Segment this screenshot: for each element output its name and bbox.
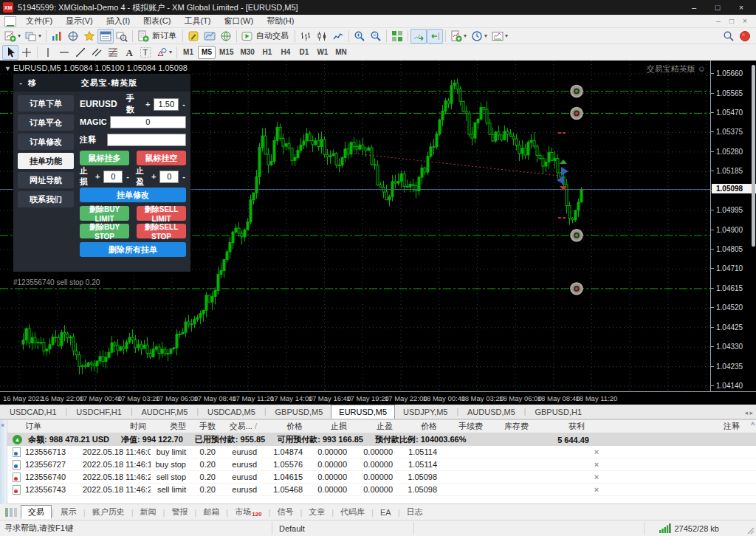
ea-delete-all-pending-button[interactable]: 删除所有挂单 — [80, 242, 186, 257]
terminal-tab-信号[interactable]: 信号 — [270, 505, 300, 519]
order-row-123556743[interactable]: 1235567432022.05.18 11:46:27sell limit0.… — [7, 484, 756, 496]
search-button[interactable] — [721, 29, 737, 44]
text-label-button[interactable]: T — [137, 45, 154, 60]
ea-move-button[interactable]: 移 — [28, 78, 50, 89]
terminal-tab-日志[interactable]: 日志 — [400, 505, 430, 519]
order-close-button[interactable]: × — [589, 485, 608, 494]
crosshair-button[interactable] — [18, 45, 35, 60]
minimize-button[interactable]: – — [682, 3, 706, 12]
order-close-button[interactable]: × — [589, 447, 608, 456]
col-5[interactable]: 价格 — [261, 421, 307, 432]
templates-button[interactable]: ▾ — [489, 29, 510, 44]
ea-sl-input[interactable] — [103, 171, 123, 183]
ea-tp-minus-button[interactable]: - — [182, 172, 186, 181]
chart-tab-AUDCHF,M5[interactable]: AUDCHF,M5 — [134, 405, 196, 419]
order-row-123556713[interactable]: 1235567132022.05.18 11:46:07buy limit0.2… — [7, 446, 756, 458]
timeframe-H1[interactable]: H1 — [258, 46, 276, 59]
col-1[interactable]: 时间 — [83, 421, 151, 432]
close-button[interactable]: × — [729, 3, 753, 12]
terminal-tab-交易[interactable]: 交易 — [21, 505, 52, 519]
menu-item-3[interactable]: 图表(C) — [137, 16, 177, 27]
time-axis[interactable]: 16 May 202216 May 22:0017 May 00:4017 Ma… — [0, 391, 756, 405]
chart-quick-nav-icon[interactable]: ▼ — [4, 65, 11, 72]
timeframe-W1[interactable]: W1 — [314, 46, 331, 59]
ea-collapse-button[interactable]: - — [13, 78, 28, 87]
new-chart-dropdown-icon[interactable]: ▾ — [18, 32, 21, 39]
maximize-button[interactable]: □ — [706, 3, 729, 12]
timeframe-M1[interactable]: M1 — [179, 46, 197, 59]
ea-mouse-buy-button[interactable]: 鼠标挂多 — [80, 151, 129, 165]
autotrading-button[interactable]: 自动交易 — [239, 29, 292, 44]
ea-menu-联系我们[interactable]: 联系我们 — [18, 191, 74, 207]
trendline-button[interactable] — [72, 45, 89, 60]
ea-menu-订单下单[interactable]: 订单下单 — [18, 95, 74, 111]
ea-menu-订单平仓[interactable]: 订单平仓 — [18, 114, 74, 131]
auto-scroll-button[interactable] — [410, 29, 427, 44]
timeframe-M15[interactable]: M15 — [216, 46, 236, 59]
ea-menu-挂单功能[interactable]: 挂单功能 — [18, 153, 74, 169]
vertical-line-button[interactable] — [40, 45, 56, 60]
balance-row[interactable]: ▲ 余额: 988 478.21 USD净值: 994 122.70已用预付款:… — [7, 433, 756, 446]
indicators-dropdown-icon[interactable]: ▾ — [464, 32, 467, 39]
chart-tab-USDCHF,H1[interactable]: USDCHF,H1 — [68, 405, 130, 419]
terminal-tab-警报[interactable]: 警报 — [165, 505, 194, 519]
terminal-tab-展示[interactable]: 展示 — [54, 505, 83, 519]
ea-delete-sell-limit-button[interactable]: 删除SELL LIMIT — [137, 206, 186, 221]
child-minimize-button[interactable]: – — [712, 17, 725, 25]
zoom-out-button[interactable] — [368, 29, 384, 44]
terminal-tab-账户历史[interactable]: 账户历史 — [86, 505, 131, 519]
col-6[interactable]: 止损 — [307, 421, 351, 432]
horizontal-line-button[interactable] — [56, 45, 72, 60]
cursor-button[interactable] — [2, 45, 18, 60]
text-button[interactable]: A — [121, 45, 137, 60]
templates-dropdown-icon[interactable]: ▾ — [505, 32, 508, 39]
line-chart-button[interactable] — [330, 29, 346, 44]
timeframe-M5[interactable]: M5 — [198, 46, 216, 59]
shapes-button[interactable]: ▾ — [154, 45, 174, 60]
terminal-tab-EA[interactable]: EA — [374, 505, 398, 519]
ea-sl-minus-button[interactable]: - — [126, 172, 130, 181]
chart-tab-GBPUSD,M5[interactable]: GBPUSD,M5 — [267, 405, 331, 419]
child-restore-button[interactable]: □ — [725, 17, 738, 25]
terminal-tab-市场[interactable]: 市场120 — [228, 505, 268, 519]
terminal-tab-代码库[interactable]: 代码库 — [334, 505, 371, 519]
ea-comment-input[interactable] — [107, 134, 186, 146]
chart-tab-AUDUSD,M5[interactable]: AUDUSD,M5 — [459, 405, 523, 419]
terminal-button[interactable] — [97, 29, 114, 44]
chart-tab-EURUSD,M5[interactable]: EURUSD,M5 — [331, 405, 395, 419]
ea-delete-buy-limit-button[interactable]: 删除BUY LIMIT — [80, 206, 129, 221]
timeframe-H4[interactable]: H4 — [277, 46, 295, 59]
col-order[interactable]: 订单 — [25, 421, 83, 432]
ea-magic-input[interactable] — [110, 116, 186, 128]
chart-tab-USDCAD,M5[interactable]: USDCAD,M5 — [199, 405, 264, 419]
timeframe-M30[interactable]: M30 — [237, 46, 257, 59]
terminal-tab-邮箱[interactable]: 邮箱 — [196, 505, 226, 519]
menu-item-2[interactable]: 插入(I) — [100, 16, 137, 27]
menu-item-6[interactable]: 帮助(H) — [260, 16, 300, 27]
order-close-button[interactable]: × — [589, 473, 608, 481]
chart-tab-USDCAD,H1[interactable]: USDCAD,H1 — [1, 405, 65, 419]
zoom-in-button[interactable] — [351, 29, 368, 44]
candle-chart-button[interactable] — [314, 29, 330, 44]
order-close-button[interactable]: × — [589, 460, 608, 469]
ea-panel-header[interactable]: - 移 交易宝-精英版 — [13, 74, 190, 92]
profiles-button[interactable]: ▾ — [23, 29, 44, 44]
col-9[interactable]: 手续费 — [441, 421, 487, 432]
col-2[interactable]: 类型 — [151, 421, 190, 432]
news-globe-button[interactable] — [218, 29, 234, 44]
chart-tab-USDJPY,M5[interactable]: USDJPY,M5 — [395, 405, 456, 419]
menu-item-5[interactable]: 窗口(W) — [217, 16, 260, 27]
fibonacci-button[interactable] — [105, 45, 121, 60]
ea-mouse-sell-button[interactable]: 鼠标挂空 — [137, 151, 186, 165]
col-3[interactable]: 手数 — [190, 421, 220, 432]
terminal-close-icon[interactable]: × — [1, 422, 4, 429]
ea-lots-plus-button[interactable]: + — [145, 100, 151, 109]
notification-button[interactable] — [737, 29, 753, 44]
chart-object-button[interactable] — [202, 29, 218, 44]
ea-menu-网址导航[interactable]: 网址导航 — [18, 172, 74, 188]
terminal-tab-文章[interactable]: 文章 — [302, 505, 331, 519]
new-order-button[interactable]: 新订单 — [135, 29, 180, 44]
menu-item-4[interactable]: 工具(T) — [177, 16, 217, 27]
ea-tp-plus-button[interactable]: + — [151, 172, 157, 181]
ea-menu-订单修改[interactable]: 订单修改 — [18, 134, 74, 150]
